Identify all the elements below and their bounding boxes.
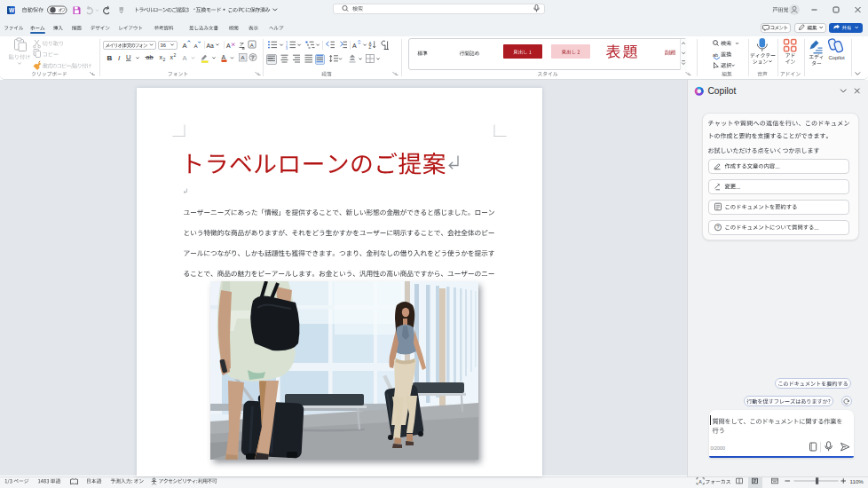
svg-text:2: 2 <box>163 57 166 62</box>
svg-text:A: A <box>250 43 254 48</box>
svg-text:Copilot: Copilot <box>708 86 737 96</box>
svg-text:3: 3 <box>286 47 288 51</box>
svg-text:?: ? <box>716 224 719 230</box>
svg-text:A: A <box>222 54 226 60</box>
svg-text:A: A <box>698 479 702 484</box>
svg-text:...: ... <box>814 224 818 231</box>
svg-text:A: A <box>194 43 199 49</box>
svg-text:ab: ab <box>713 52 718 58</box>
svg-text:2: 2 <box>174 52 177 58</box>
svg-text:A: A <box>183 54 187 62</box>
svg-text:0/2000: 0/2000 <box>711 445 726 451</box>
svg-text:W: W <box>9 7 15 13</box>
svg-text:110%: 110% <box>850 478 864 484</box>
svg-text:B: B <box>107 54 113 62</box>
svg-text:A: A <box>352 43 357 49</box>
svg-text:U: U <box>126 53 130 61</box>
svg-text:A: A <box>183 42 187 50</box>
svg-text:...: ... <box>736 184 740 190</box>
svg-text:36: 36 <box>161 43 166 48</box>
svg-text:...: ... <box>775 163 779 169</box>
svg-text:Copilot: Copilot <box>828 55 844 60</box>
svg-text:Z: Z <box>369 45 372 50</box>
svg-text:A: A <box>226 43 231 49</box>
svg-text:I: I <box>118 54 121 62</box>
svg-text:A: A <box>241 55 244 60</box>
svg-text:Aa: Aa <box>207 43 215 49</box>
